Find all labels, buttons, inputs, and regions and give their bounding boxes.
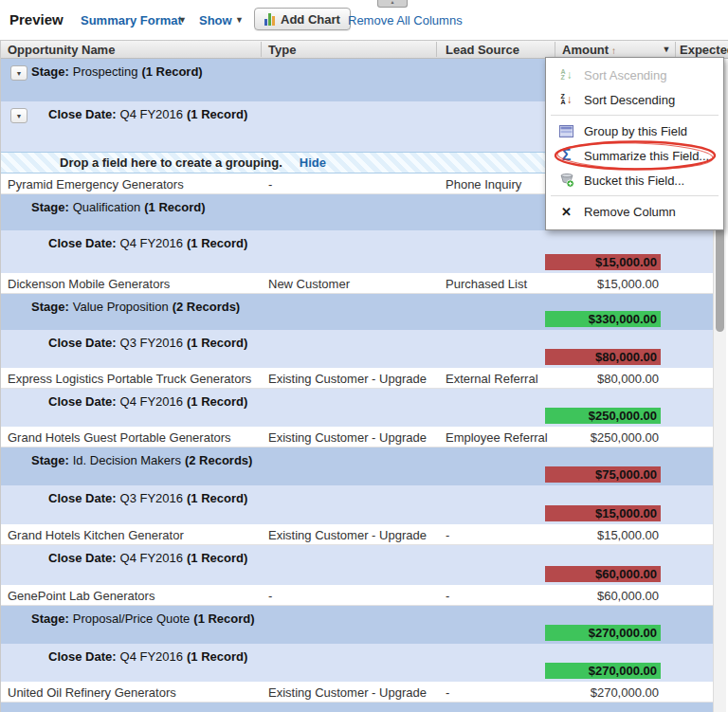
hide-drop-zone-link[interactable]: Hide <box>300 155 326 170</box>
group-label: Close Date:Q4 FY2016(1 Record) <box>48 236 247 250</box>
cell-opportunity-name: GenePoint Lab Generators <box>8 589 155 603</box>
group-label: Stage:Prospecting(1 Record) <box>31 64 203 79</box>
group-label: Close Date:Q4 FY2016(1 Record) <box>48 107 247 121</box>
table-row: GenePoint Lab Generators - - $60,000.00 <box>0 585 713 606</box>
amount-column-dropdown-button[interactable]: ▼ <box>658 43 675 57</box>
subtotal-amount-cell: $15,000.00 <box>545 254 661 270</box>
amount-column-menu: AZ↓ Sort Ascending ZA↓ Sort Descending G… <box>545 57 724 230</box>
bar-chart-icon <box>264 13 275 26</box>
subtotal-amount-cell: $15,000.00 <box>545 505 661 521</box>
group-row-close-date: Close Date:Q4 FY2016(1 Record) $60,000.0… <box>0 545 713 585</box>
cell-opportunity-name: Pyramid Emergency Generators <box>8 177 184 192</box>
column-header-amount[interactable]: Amount↑ <box>562 43 616 57</box>
group-by-field-icon <box>557 122 575 139</box>
cell-lead-source: External Referral <box>446 372 538 386</box>
group-row-stage: Stage:Proposal/Price Quote(1 Record) $27… <box>0 606 713 644</box>
group-row-stage: Stage:Value Proposition(2 Records) $330,… <box>0 294 713 330</box>
menu-item-group-by-field[interactable]: Group by this Field <box>546 119 723 143</box>
cell-amount: $15,000.00 <box>597 528 659 542</box>
menu-item-sort-descending[interactable]: ZA↓ Sort Descending <box>546 87 723 112</box>
table-row: Dickenson Mobile Generators New Customer… <box>0 273 713 294</box>
table-row: Grand Hotels Guest Portable Generators E… <box>0 427 713 447</box>
column-divider <box>261 42 262 57</box>
cell-amount: $250,000.00 <box>591 430 659 445</box>
subtotal-amount-cell: $330,000.00 <box>545 311 661 327</box>
remove-x-icon: ✕ <box>557 203 575 220</box>
remove-all-columns-link[interactable]: Remove All Columns <box>348 13 463 27</box>
cell-lead-source: Purchased List <box>446 277 527 291</box>
report-preview-pane: ▲ Preview Summary Format ▼ Show ▼ Add Ch… <box>0 0 728 712</box>
column-header-row: Opportunity Name Type Lead Source Amount… <box>0 40 728 59</box>
subtotal-amount-cell: $60,000.00 <box>545 566 661 582</box>
summary-format-menu[interactable]: Summary Format <box>81 13 182 27</box>
cell-opportunity-name: United Oil Refinery Generators <box>8 685 176 700</box>
cell-opportunity-name: Express Logistics Portable Truck Generat… <box>8 372 251 386</box>
group-label: Close Date:Q4 FY2016(1 Record) <box>48 551 247 565</box>
chevron-down-icon: ▼ <box>663 45 671 54</box>
group-row-close-date: Close Date:Q3 FY2016(1 Record) $15,000.0… <box>0 485 713 524</box>
menu-item-remove-column[interactable]: ✕ Remove Column <box>546 199 723 224</box>
table-row: Grand Hotels Kitchen Generator Existing … <box>0 524 713 545</box>
group-row-close-date: Close Date:Q4 FY2016(1 Record) $250,000.… <box>0 389 713 427</box>
column-divider <box>436 42 437 57</box>
column-header-type[interactable]: Type <box>268 43 296 57</box>
menu-item-bucket-field[interactable]: Bucket this Field... <box>546 168 723 192</box>
cell-lead-source: Employee Referral <box>446 430 548 445</box>
column-header-lead-source[interactable]: Lead Source <box>446 43 519 57</box>
sort-descending-icon: ZA↓ <box>557 91 575 108</box>
collapse-group-button[interactable]: ▼ <box>10 65 27 81</box>
column-header-opportunity-name[interactable]: Opportunity Name <box>8 43 115 57</box>
subtotal-amount-cell: $250,000.00 <box>545 408 661 424</box>
group-label: Close Date:Q4 FY2016(1 Record) <box>48 394 247 409</box>
cell-opportunity-name: Dickenson Mobile Generators <box>8 277 170 291</box>
cell-type: New Customer <box>268 277 350 291</box>
cell-type: - <box>268 177 272 192</box>
pane-left-border <box>0 40 1 712</box>
group-row-stage-partial <box>0 703 713 712</box>
subtotal-amount-cell: $270,000.00 <box>545 625 661 641</box>
summary-format-caret-icon[interactable]: ▼ <box>178 14 187 26</box>
cell-type: Existing Customer - Upgrade <box>268 528 427 542</box>
group-label: Close Date:Q4 FY2016(1 Record) <box>48 649 247 664</box>
group-label: Stage:Qualification(1 Record) <box>31 200 206 214</box>
sort-ascending-icon: AZ↓ <box>557 66 575 83</box>
menu-item-summarize-field[interactable]: Σ Summarize this Field... <box>546 143 723 168</box>
group-row-close-date: Close Date:Q4 FY2016(1 Record) $15,000.0… <box>0 230 713 273</box>
add-chart-label: Add Chart <box>281 12 340 27</box>
bucket-icon <box>557 172 575 189</box>
chevron-down-icon: ▼ <box>16 70 23 77</box>
cell-amount: $15,000.00 <box>597 277 659 291</box>
subtotal-amount-cell: $80,000.00 <box>545 349 661 365</box>
cell-amount: $80,000.00 <box>597 372 659 386</box>
subtotal-amount-cell: $270,000.00 <box>545 663 661 679</box>
group-label: Stage:Proposal/Price Quote(1 Record) <box>31 612 255 626</box>
cell-type: - <box>268 589 272 603</box>
cell-type: Existing Customer - Upgrade <box>268 372 427 386</box>
cell-lead-source: - <box>446 685 449 700</box>
cell-opportunity-name: Grand Hotels Guest Portable Generators <box>8 430 231 445</box>
group-label: Close Date:Q3 FY2016(1 Record) <box>48 491 247 505</box>
show-caret-icon[interactable]: ▼ <box>235 14 244 26</box>
cell-amount: $270,000.00 <box>591 685 659 700</box>
drop-zone-text: Drop a field here to create a grouping. <box>60 155 282 170</box>
menu-separator <box>551 195 719 196</box>
column-divider <box>675 42 676 57</box>
show-menu[interactable]: Show <box>199 13 232 27</box>
menu-separator <box>551 115 719 116</box>
menu-item-sort-ascending: AZ↓ Sort Ascending <box>546 63 723 87</box>
column-divider <box>555 42 555 57</box>
collapse-group-button[interactable]: ▼ <box>10 108 27 123</box>
scrollbar-top-arrow[interactable]: ▲ <box>377 0 408 8</box>
group-row-stage: Stage:Id. Decision Makers(2 Records) $75… <box>0 447 713 485</box>
group-label: Stage:Id. Decision Makers(2 Records) <box>31 453 252 467</box>
column-header-expected-revenue[interactable]: Expected Revenue <box>680 43 728 57</box>
table-row: Express Logistics Portable Truck Generat… <box>0 368 713 389</box>
page-title: Preview <box>9 11 64 27</box>
table-row: United Oil Refinery Generators Existing … <box>0 682 713 703</box>
cell-lead-source: Phone Inquiry <box>446 177 521 192</box>
group-row-close-date: Close Date:Q3 FY2016(1 Record) $80,000.0… <box>0 330 713 368</box>
group-label: Close Date:Q3 FY2016(1 Record) <box>48 336 247 350</box>
add-chart-button[interactable]: Add Chart <box>254 8 351 30</box>
sort-ascending-indicator-icon: ↑ <box>611 46 616 56</box>
preview-toolbar: ▲ Preview Summary Format ▼ Show ▼ Add Ch… <box>0 0 728 40</box>
